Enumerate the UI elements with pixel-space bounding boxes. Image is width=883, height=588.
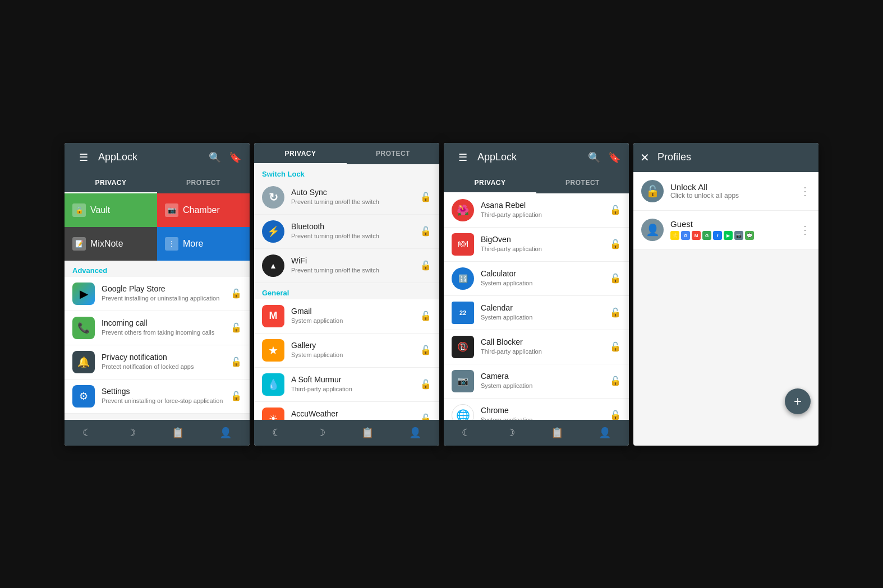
night-icon-2[interactable]: ☾ bbox=[268, 424, 286, 441]
close-button[interactable]: ✕ bbox=[640, 151, 650, 164]
list-item[interactable]: ▲ WiFi Prevent turning on/off the switch… bbox=[254, 249, 439, 283]
list-item[interactable]: ▶ Google Play Store Prevent installing o… bbox=[65, 277, 250, 311]
app-list-1: ▶ Google Play Store Prevent installing o… bbox=[65, 277, 250, 420]
profiles-content: 🔓 Unlock All Click to unlock all apps ⋮ … bbox=[633, 172, 818, 446]
app-desc: Third-party application bbox=[291, 385, 420, 393]
search-icon-1[interactable]: 🔍 bbox=[207, 150, 223, 165]
add-profile-button[interactable]: + bbox=[785, 388, 811, 414]
list-item[interactable]: 🌺 Asana Rebel Third-party application 🔓 bbox=[444, 193, 629, 228]
profile-name: Unlock All bbox=[670, 182, 799, 192]
lock-icon: 🔓 bbox=[420, 192, 431, 202]
app-desc: Prevent turning on/off the switch bbox=[291, 198, 420, 206]
list-item[interactable]: ↻ Auto Sync Prevent turning on/off the s… bbox=[254, 180, 439, 215]
app-info: WiFi Prevent turning on/off the switch bbox=[291, 256, 420, 274]
profile-nav-icon-3[interactable]: 👤 bbox=[594, 424, 615, 441]
profile-icon-1[interactable]: 🔖 bbox=[227, 150, 243, 165]
mixnote-icon: 📝 bbox=[72, 237, 86, 251]
app-name: Gmail bbox=[291, 307, 420, 316]
app-name: Auto Sync bbox=[291, 188, 420, 197]
app-desc: Protect notification of locked apps bbox=[102, 363, 231, 371]
guest-icon-camera: 📷 bbox=[734, 231, 743, 240]
vault-btn[interactable]: 🔒 Vault bbox=[65, 193, 157, 227]
app-desc: System application bbox=[291, 317, 420, 325]
guest-app-icons: ⭐ G M G f ▶ 📷 💬 bbox=[670, 231, 799, 240]
tab-privacy-1[interactable]: PRIVACY bbox=[65, 172, 157, 193]
bottom-nav-1: ☾ ☽ 📋 👤 bbox=[65, 420, 250, 446]
history-icon-2[interactable]: 📋 bbox=[357, 424, 378, 441]
history-icon[interactable]: 📋 bbox=[167, 424, 188, 441]
tab-protect-3[interactable]: PROTECT bbox=[536, 172, 629, 193]
list-item[interactable]: ⚡ Bluetooth Prevent turning on/off the s… bbox=[254, 215, 439, 249]
timer-icon-2[interactable]: ☽ bbox=[312, 424, 330, 441]
guest-icon-g: G bbox=[681, 231, 690, 240]
guest-icon-g2: G bbox=[702, 231, 711, 240]
tab-protect-2[interactable]: PROTECT bbox=[347, 143, 439, 164]
screen-1: ☰ AppLock 🔍 🔖 PRIVACY PROTECT 🔒 Vault 📷 … bbox=[65, 143, 250, 446]
mixnote-btn[interactable]: 📝 MixNote bbox=[65, 227, 157, 261]
guest-icon-play: ▶ bbox=[724, 231, 733, 240]
tab-protect-1[interactable]: PROTECT bbox=[157, 172, 250, 193]
list-item[interactable]: ⚙ Settings Prevent uninstalling or force… bbox=[65, 379, 250, 414]
guest-icon-star: ⭐ bbox=[670, 231, 679, 240]
gmail-icon: M bbox=[262, 305, 284, 327]
lock-icon: 🔓 bbox=[610, 307, 621, 318]
profile-unlock-all[interactable]: 🔓 Unlock All Click to unlock all apps ⋮ bbox=[633, 172, 818, 211]
lock-icon: 🔓 bbox=[420, 260, 431, 271]
app-name: Asana Rebel bbox=[481, 201, 610, 210]
header-1: ☰ AppLock 🔍 🔖 bbox=[65, 143, 250, 172]
privacy-notif-icon: 🔔 bbox=[72, 351, 95, 373]
more-btn[interactable]: ⋮ More bbox=[157, 227, 250, 261]
chamber-icon: 📷 bbox=[165, 203, 178, 217]
guest-icon-chat: 💬 bbox=[745, 231, 754, 240]
list-item[interactable]: ★ Gallery System application 🔓 bbox=[254, 334, 439, 368]
timer-icon[interactable]: ☽ bbox=[122, 424, 140, 441]
list-item[interactable]: 📷 Camera System application 🔓 bbox=[444, 364, 629, 399]
menu-icon-3[interactable]: ☰ bbox=[455, 150, 471, 165]
list-item[interactable]: 🔢 Calculator System application 🔓 bbox=[444, 262, 629, 296]
list-item[interactable]: 📵 Call Blocker Third-party application 🔓 bbox=[444, 330, 629, 364]
profile-guest[interactable]: 👤 Guest ⭐ G M G f ▶ 📷 💬 ⋮ bbox=[633, 211, 818, 249]
app-info: AccuWeather Third-party application bbox=[291, 409, 420, 419]
app-name: Gallery bbox=[291, 341, 420, 350]
app-name: Calendar bbox=[481, 303, 610, 312]
app-list-2: ↻ Auto Sync Prevent turning on/off the s… bbox=[254, 180, 439, 283]
content-2: Switch Lock ↻ Auto Sync Prevent turning … bbox=[254, 164, 439, 446]
lock-icon: 🔓 bbox=[610, 410, 621, 420]
calendar-icon: 22 bbox=[452, 302, 474, 324]
vault-icon: 🔒 bbox=[72, 203, 86, 217]
list-item[interactable]: 22 Calendar System application 🔓 bbox=[444, 296, 629, 330]
murmur-icon: 💧 bbox=[262, 373, 284, 396]
bigoven-icon: 🍽 bbox=[452, 233, 474, 256]
tab-privacy-3[interactable]: PRIVACY bbox=[444, 172, 536, 193]
list-item[interactable]: 💧 A Soft Murmur Third-party application … bbox=[254, 368, 439, 402]
app-name: BigOven bbox=[481, 235, 610, 244]
night-icon-3[interactable]: ☾ bbox=[457, 424, 475, 441]
callblocker-icon: 📵 bbox=[452, 336, 474, 358]
search-icon-3[interactable]: 🔍 bbox=[586, 150, 602, 165]
gallery-icon: ★ bbox=[262, 339, 284, 362]
tab-privacy-2[interactable]: PRIVACY bbox=[254, 143, 347, 164]
list-item[interactable]: M Gmail System application 🔓 bbox=[254, 299, 439, 334]
lock-icon: 🔓 bbox=[231, 356, 242, 367]
guest-more-menu[interactable]: ⋮ bbox=[799, 223, 811, 237]
profile-icon-3[interactable]: 🔖 bbox=[606, 150, 622, 165]
profile-nav-icon-2[interactable]: 👤 bbox=[404, 424, 426, 441]
lock-icon: 🔓 bbox=[420, 413, 431, 420]
profile-name-guest: Guest bbox=[670, 219, 799, 229]
asana-icon: 🌺 bbox=[452, 199, 474, 221]
night-icon[interactable]: ☾ bbox=[78, 424, 96, 441]
app-info: Gmail System application bbox=[291, 307, 420, 325]
list-item[interactable]: 📞 Incoming call Prevent others from taki… bbox=[65, 311, 250, 345]
list-item[interactable]: ☀ AccuWeather Third-party application 🔓 bbox=[254, 402, 439, 420]
timer-icon-3[interactable]: ☽ bbox=[502, 424, 519, 441]
list-item[interactable]: 🔔 Privacy notification Protect notificat… bbox=[65, 345, 250, 379]
play-store-icon: ▶ bbox=[72, 283, 95, 305]
app-name: Privacy notification bbox=[102, 353, 231, 362]
chamber-btn[interactable]: 📷 Chamber bbox=[157, 193, 250, 227]
profile-more-menu[interactable]: ⋮ bbox=[799, 184, 811, 198]
menu-icon[interactable]: ☰ bbox=[76, 150, 91, 165]
list-item[interactable]: 🍽 BigOven Third-party application 🔓 bbox=[444, 228, 629, 262]
history-icon-3[interactable]: 📋 bbox=[546, 424, 568, 441]
profile-nav-icon[interactable]: 👤 bbox=[215, 424, 236, 441]
list-item[interactable]: 🌐 Chrome System application 🔓 bbox=[444, 399, 629, 420]
